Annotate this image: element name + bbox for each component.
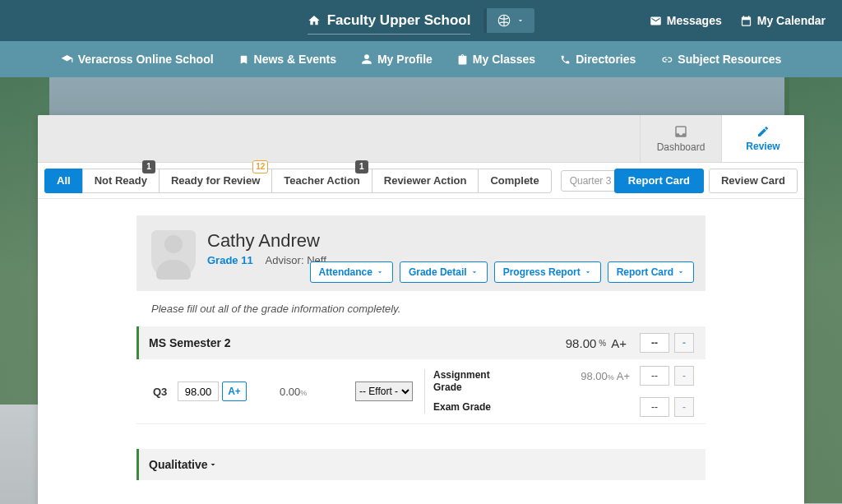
bookmark-icon — [238, 54, 249, 65]
top-bar: Faculty Upper School Messages My Calenda… — [0, 0, 842, 41]
report-card-dropdown[interactable]: Report Card — [608, 261, 694, 283]
instruction-text: Please fill out all of the grade informa… — [136, 291, 706, 326]
main-card: Dashboard Review All Not Ready 1 Ready f… — [38, 115, 804, 504]
filter-reviewer-action[interactable]: Reviewer Action — [372, 169, 479, 193]
nav-resources-label: Subject Resources — [678, 53, 781, 66]
nav-bar: Veracross Online School News & Events My… — [0, 41, 842, 77]
filter-ready-for-review[interactable]: Ready for Review 12 — [159, 169, 272, 193]
semester-grade-dropdown[interactable]: - — [674, 333, 694, 353]
student-header: Cathy Andrew Grade 11 Advisor: Neff Atte… — [136, 215, 706, 291]
teacher-badge: 1 — [355, 160, 368, 173]
content-area: Cathy Andrew Grade 11 Advisor: Neff Atte… — [38, 199, 804, 504]
nav-directories-label: Directories — [576, 53, 636, 66]
quarter-zero: 0.00% — [280, 386, 345, 398]
mail-icon — [650, 15, 662, 27]
avatar — [151, 230, 196, 280]
calendar-icon — [740, 15, 752, 27]
assignment-grade-select[interactable]: -- — [640, 366, 669, 386]
nav-classes[interactable]: My Classes — [457, 53, 535, 66]
chevron-down-icon — [584, 268, 592, 276]
student-block: Cathy Andrew Grade 11 Advisor: Neff Atte… — [136, 215, 706, 480]
user-icon — [361, 53, 372, 65]
quarter-selector[interactable]: Quarter 3 — [561, 170, 621, 192]
review-card-button[interactable]: Review Card — [709, 169, 798, 193]
assignment-grade-dropdown[interactable]: - — [674, 366, 694, 386]
student-name: Cathy Andrew — [207, 230, 326, 252]
link-icon — [660, 53, 673, 66]
ready-badge: 12 — [252, 160, 268, 173]
exam-grade-label: Exam Grade — [433, 401, 507, 413]
chevron-down-icon — [470, 268, 479, 276]
calendar-link[interactable]: My Calendar — [740, 14, 826, 27]
assignment-grade-value: 98.00% A+ — [564, 370, 630, 382]
filter-not-ready[interactable]: Not Ready 1 — [82, 169, 160, 193]
card-tabs: Dashboard Review — [38, 115, 804, 163]
sub-grades-column: Assignment Grade Exam Grade — [424, 369, 564, 413]
not-ready-badge: 1 — [142, 160, 155, 173]
home-icon — [308, 14, 321, 27]
grade-detail-button[interactable]: Grade Detail — [400, 261, 488, 283]
report-card-button[interactable]: Report Card — [614, 169, 704, 193]
semester-pct: % — [599, 339, 606, 348]
school-switcher[interactable] — [483, 8, 534, 33]
student-grade-level[interactable]: Grade 11 — [207, 254, 253, 266]
filter-complete[interactable]: Complete — [478, 169, 551, 193]
nav-classes-label: My Classes — [473, 53, 535, 66]
progress-report-button[interactable]: Progress Report — [494, 261, 601, 283]
semester-grade-value: 98.00 — [566, 336, 597, 350]
quarter-row: Q3 A+ 0.00% -- Effort - Assignment Grade — [136, 359, 706, 424]
school-logo-icon — [497, 13, 511, 28]
nav-directories[interactable]: Directories — [560, 53, 636, 66]
graduation-icon — [61, 53, 73, 66]
clipboard-icon — [457, 54, 468, 65]
chevron-down-icon — [376, 268, 384, 276]
nav-news[interactable]: News & Events — [238, 53, 336, 66]
chevron-down-icon — [516, 16, 525, 25]
qualitative-title: Qualitative — [149, 458, 208, 471]
nav-profile-label: My Profile — [377, 53, 433, 66]
chevron-down-icon — [677, 268, 685, 276]
nav-news-label: News & Events — [254, 53, 336, 66]
inbox-icon — [673, 124, 688, 139]
exam-grade-select[interactable]: -- — [640, 397, 669, 417]
tab-review[interactable]: Review — [722, 115, 804, 162]
attendance-button[interactable]: Attendance — [310, 261, 393, 283]
semester-letter: A+ — [611, 336, 627, 350]
exam-grade-dropdown[interactable]: - — [674, 397, 694, 417]
tab-dashboard-label: Dashboard — [657, 141, 706, 153]
semester-section: MS Semester 2 98.00 % A+ -- - Q3 A+ 0.00… — [136, 326, 706, 424]
nav-profile[interactable]: My Profile — [361, 53, 433, 66]
filter-row: All Not Ready 1 Ready for Review 12 Teac… — [38, 163, 804, 199]
messages-link[interactable]: Messages — [650, 14, 722, 27]
effort-select[interactable]: -- Effort - — [355, 381, 413, 401]
quarter-grade-input[interactable] — [178, 381, 219, 401]
quarter-label: Q3 — [153, 386, 178, 398]
semester-grade-select[interactable]: -- — [640, 333, 669, 353]
filter-teacher-action[interactable]: Teacher Action 1 — [271, 169, 372, 193]
semester-header: MS Semester 2 98.00 % A+ -- - — [136, 326, 706, 359]
exam-grade-value — [564, 401, 630, 414]
portal-title-text: Faculty Upper School — [327, 12, 471, 29]
calendar-label: My Calendar — [757, 14, 826, 27]
filter-all[interactable]: All — [44, 169, 83, 193]
phone-icon — [560, 54, 571, 65]
nav-school-label: Veracross Online School — [78, 53, 214, 66]
caret-down-icon — [208, 460, 218, 469]
portal-title[interactable]: Faculty Upper School — [308, 7, 471, 35]
qualitative-header[interactable]: Qualitative — [136, 449, 706, 480]
quarter-letter[interactable]: A+ — [222, 381, 247, 401]
semester-title: MS Semester 2 — [149, 336, 231, 349]
nav-school[interactable]: Veracross Online School — [61, 53, 214, 66]
pencil-icon — [756, 125, 770, 138]
assignment-grade-label: Assignment Grade — [433, 369, 507, 393]
tab-dashboard[interactable]: Dashboard — [640, 115, 722, 162]
messages-label: Messages — [667, 14, 722, 27]
tab-review-label: Review — [746, 141, 780, 152]
nav-resources[interactable]: Subject Resources — [660, 53, 781, 66]
